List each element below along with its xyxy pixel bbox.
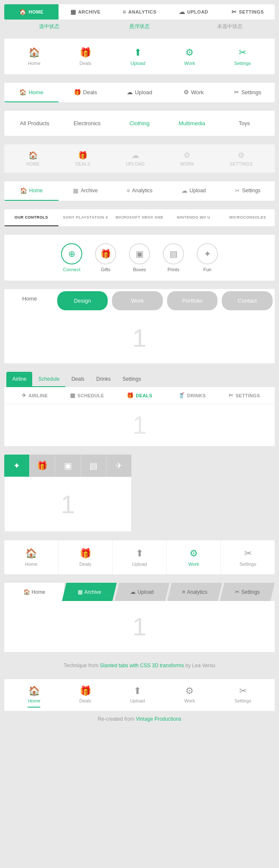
fn-home[interactable]: 🏠 Home bbox=[4, 181, 59, 201]
category-nav: All Products Electronics Clothing Multim… bbox=[4, 111, 275, 136]
tnav-work[interactable]: ⚙ Work bbox=[167, 83, 221, 102]
slanted-tabs-link[interactable]: Slanted tabs with CSS 3D transforms bbox=[100, 663, 184, 669]
cat-clothing[interactable]: Clothing bbox=[113, 118, 166, 128]
inb-work[interactable]: ⚙ WORK bbox=[180, 151, 194, 166]
vd-deals[interactable]: 🎁 Deals bbox=[59, 540, 113, 574]
upload-icon: ☁ bbox=[131, 151, 140, 160]
an-settings[interactable]: Settings bbox=[117, 372, 147, 387]
dt-design[interactable]: Design bbox=[57, 291, 108, 310]
inb-settings[interactable]: ⚙ SETTINGS bbox=[230, 151, 253, 166]
tnav-upload[interactable]: ☁ Upload bbox=[112, 83, 167, 102]
io-tab-4[interactable]: ▤ bbox=[81, 455, 106, 477]
para-analytics[interactable]: ≡ Analytics bbox=[167, 583, 222, 601]
gn-micro[interactable]: MICROCONSOLES bbox=[220, 209, 275, 226]
icon-tab-work[interactable]: ⚙ Work bbox=[180, 45, 199, 68]
atb-schedule[interactable]: ▦ SCHEDULE bbox=[61, 392, 114, 399]
circle-tabs-bar: ⊕ Connect 🎁 Gifts ▣ Boxes ▤ Prints ✦ bbox=[4, 235, 275, 281]
tab-archive[interactable]: ▦ ARCHIVE bbox=[59, 4, 113, 20]
upload-icon: ⬆ bbox=[136, 548, 143, 559]
vintage-link[interactable]: Vintage Productions bbox=[136, 716, 181, 722]
upload-icon: ☁ bbox=[179, 8, 185, 15]
gn-sony[interactable]: SONY PLAYSTATION 4 bbox=[59, 209, 113, 226]
settings-icon: ⚙ bbox=[238, 151, 245, 160]
icon-tab-deals[interactable]: 🎁 Deals bbox=[75, 45, 95, 68]
home-icon: 🏠 bbox=[25, 548, 37, 559]
io-tab-1[interactable]: ✦ bbox=[4, 455, 29, 477]
para-archive[interactable]: ▦ Archive bbox=[62, 583, 117, 601]
bn-upload[interactable]: ⬆ Upload bbox=[130, 685, 145, 708]
tnav-home[interactable]: 🏠 Home bbox=[4, 83, 59, 102]
tab-upload[interactable]: ☁ UPLOAD bbox=[167, 4, 221, 20]
inb-upload[interactable]: ☁ UPLOAD bbox=[126, 151, 145, 166]
para-home[interactable]: 🏠 Home bbox=[4, 583, 64, 601]
ct-fun[interactable]: ✦ Fun bbox=[197, 243, 218, 272]
bn-work[interactable]: ⚙ Work bbox=[183, 685, 196, 708]
archive-icon: ▦ bbox=[73, 187, 78, 194]
dt-contact[interactable]: Contact bbox=[222, 291, 273, 310]
atb-settings[interactable]: ✂ SETTINGS bbox=[218, 392, 271, 399]
vd-work[interactable]: ⚙ Work bbox=[167, 540, 221, 574]
para-settings[interactable]: ✂ Settings bbox=[220, 583, 275, 601]
home-underline bbox=[28, 707, 40, 708]
inb-home[interactable]: 🏠 HOME bbox=[26, 151, 40, 166]
cat-multimedia[interactable]: Multimedia bbox=[166, 118, 218, 128]
fn-archive[interactable]: ▦ Archive bbox=[59, 181, 113, 201]
dt-home[interactable]: Home bbox=[4, 289, 55, 312]
vd-home[interactable]: 🏠 Home bbox=[4, 540, 59, 574]
gn-microsoft[interactable]: MICROSOFT XBOX ONE bbox=[112, 209, 167, 226]
atb-drinks[interactable]: 🥤 DRINKS bbox=[166, 392, 218, 399]
section-full-nav: 🏠 Home ▦ Archive ≡ Analytics ☁ Upload ✂ … bbox=[0, 177, 279, 205]
analytics-icon: ≡ bbox=[123, 8, 126, 15]
vd-settings[interactable]: ✂ Settings bbox=[221, 540, 275, 574]
tnav-deals[interactable]: 🎁 Deals bbox=[59, 83, 113, 102]
dt-portfolio[interactable]: Portfolio bbox=[167, 291, 218, 310]
fn-settings[interactable]: ✂ Settings bbox=[220, 181, 275, 201]
gn-nintendo[interactable]: NINTENDO WII U bbox=[167, 209, 221, 226]
cat-toys[interactable]: Toys bbox=[218, 118, 271, 128]
ct-boxes[interactable]: ▣ Boxes bbox=[129, 243, 150, 272]
dt-work[interactable]: Work bbox=[112, 291, 163, 310]
bn-deals[interactable]: 🎁 Deals bbox=[79, 685, 92, 708]
tab-analytics[interactable]: ≡ ANALYTICS bbox=[112, 4, 167, 20]
section-text-nav: 🏠 Home 🎁 Deals ☁ Upload ⚙ Work ✂ Setting… bbox=[0, 79, 279, 107]
bn-settings[interactable]: ✂ Settings bbox=[234, 685, 251, 708]
analytics-icon: ≡ bbox=[126, 187, 130, 194]
tab-home-active[interactable]: 🏠 HOME bbox=[4, 4, 59, 20]
airline-content: 1 bbox=[4, 404, 275, 446]
an-drinks[interactable]: Drinks bbox=[90, 372, 117, 387]
inb-deals[interactable]: 🎁 DEALS bbox=[75, 151, 90, 166]
icon-tab-home[interactable]: 🏠 Home bbox=[24, 45, 45, 68]
an-airline[interactable]: Airline bbox=[6, 372, 32, 387]
tnav-settings[interactable]: ✂ Settings bbox=[220, 83, 275, 102]
gn-controls[interactable]: OUR CONTROLS bbox=[4, 209, 59, 226]
ct-connect[interactable]: ⊕ Connect bbox=[61, 243, 82, 272]
settings-underline bbox=[237, 707, 249, 708]
section-final-nav: 🏠 Home 🎁 Deals ⬆ Upload ⚙ Work ✂ Setting… bbox=[0, 675, 279, 730]
fn-upload[interactable]: ☁ Upload bbox=[167, 181, 221, 201]
airline-icon-bar: ✈ AIRLINE ▦ SCHEDULE 🎁 DEALS 🥤 DRINKS ✂ … bbox=[4, 387, 275, 404]
para-upload[interactable]: ☁ Upload bbox=[114, 583, 169, 601]
para-content: 1 bbox=[4, 601, 275, 652]
icon-nav-bg-bar: 🏠 HOME 🎁 DEALS ☁ UPLOAD ⚙ WORK ⚙ SETTING… bbox=[4, 144, 275, 173]
an-schedule[interactable]: Schedule bbox=[32, 372, 65, 387]
ct-gifts[interactable]: 🎁 Gifts bbox=[95, 243, 116, 272]
icon-tab-upload[interactable]: ⬆ Upload bbox=[126, 45, 150, 68]
vd-upload[interactable]: ⬆ Upload bbox=[113, 540, 167, 574]
cat-all[interactable]: All Products bbox=[8, 118, 61, 128]
tab-settings[interactable]: ✂ SETTINGS bbox=[220, 4, 275, 20]
an-deals[interactable]: Deals bbox=[65, 372, 90, 387]
io-tab-3[interactable]: ▣ bbox=[55, 455, 80, 477]
io-tab-2[interactable]: 🎁 bbox=[29, 455, 55, 477]
fn-analytics[interactable]: ≡ Analytics bbox=[112, 181, 167, 201]
ct-prints[interactable]: ▤ Prints bbox=[163, 243, 184, 272]
cat-electronics[interactable]: Electronics bbox=[61, 118, 114, 128]
settings-icon: ✂ bbox=[234, 89, 239, 96]
icon-tab-settings[interactable]: ✂ Settings bbox=[230, 45, 255, 68]
atb-airline[interactable]: ✈ AIRLINE bbox=[8, 392, 61, 399]
deals-underline bbox=[79, 707, 92, 708]
atb-deals[interactable]: 🎁 DEALS bbox=[113, 392, 166, 399]
io-tab-5[interactable]: ✈ bbox=[106, 455, 131, 477]
bn-home[interactable]: 🏠 Home bbox=[28, 685, 40, 708]
archive-icon: ▦ bbox=[78, 589, 83, 595]
tab3-icon: ▣ bbox=[64, 461, 72, 471]
